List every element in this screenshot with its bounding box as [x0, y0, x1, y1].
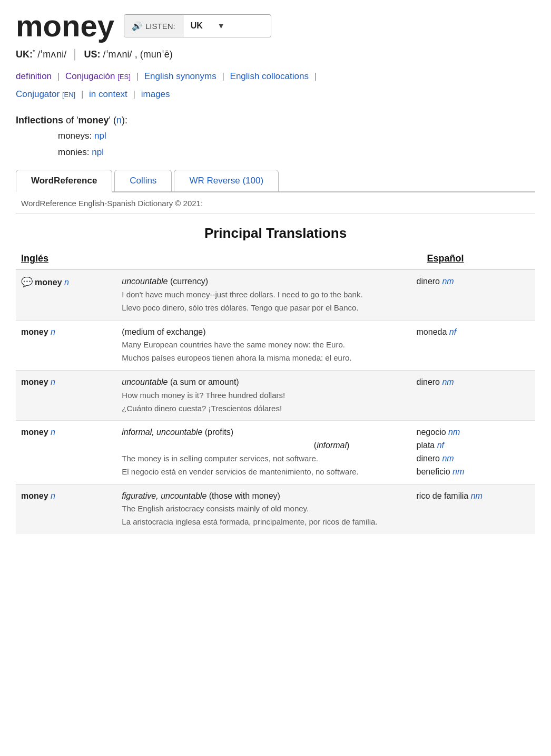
pos-n: n	[51, 428, 55, 437]
def-cell: uncountable (currency) I don't have much…	[116, 270, 411, 320]
listen-label: LISTEN:	[145, 22, 175, 31]
monies-npl-link[interactable]: npl	[92, 147, 104, 157]
speaker-icon: 🔊	[132, 21, 142, 31]
def-qualifier: informal, uncountable	[122, 428, 202, 437]
nav-links: definition | Conjugación [ES] | English …	[16, 67, 535, 103]
example-es: El negocio está en vender servicios de m…	[122, 467, 358, 476]
table-header-row: Inglés Español	[16, 250, 535, 270]
def-informal: informal	[317, 441, 347, 450]
locale-value: UK	[191, 21, 203, 31]
en-word-cell: money n	[16, 370, 116, 420]
def-cell: uncountable (a sum or amount) How much m…	[116, 370, 411, 420]
nav-conjugacion[interactable]: Conjugación [ES]	[65, 71, 131, 81]
tab-wordreference[interactable]: WordReference	[16, 170, 112, 192]
nav-english-collocations[interactable]: English collocations	[230, 71, 309, 81]
esp-pos: nm	[448, 428, 460, 437]
en-word-cell: money n	[16, 421, 116, 484]
pos-n: n	[64, 278, 69, 287]
us-ipa: /ˈmʌni/	[103, 49, 132, 60]
translations-table: Inglés Español 💬money n uncountable (cur…	[16, 250, 535, 534]
listen-button[interactable]: 🔊 LISTEN:	[124, 15, 183, 37]
table-row: money n figurative, uncountable (those w…	[16, 484, 535, 534]
col-def	[116, 250, 411, 270]
example-en: How much money is it? Three hundred doll…	[122, 391, 285, 400]
us-label: US:	[84, 49, 101, 60]
col-ingles: Inglés	[16, 250, 116, 270]
pos-n: n	[51, 491, 55, 500]
esp-pos: nf	[437, 441, 444, 450]
inflections-section: Inflections of 'money' (n): moneys: npl …	[16, 115, 535, 160]
en-word-cell: money n	[16, 484, 116, 534]
us-alt-ipa: (munˈē)	[140, 49, 173, 60]
table-row: 💬money n uncountable (currency) I don't …	[16, 270, 535, 320]
esp-pos: nm	[442, 454, 454, 463]
phonetics-row: UK:* /ˈmʌni/ │ US: /ˈmʌni/ , (munˈē)	[16, 49, 535, 60]
def-qualifier: figurative, uncountable	[122, 491, 206, 500]
def-cell: informal, uncountable (profits) (informa…	[116, 421, 411, 484]
example-es: Muchos países europeos tienen ahora la m…	[122, 353, 351, 362]
example-es: La aristocracia inglesa está formada, pr…	[122, 517, 377, 526]
listen-widget: 🔊 LISTEN: UK ▼	[124, 14, 271, 37]
table-body: 💬money n uncountable (currency) I don't …	[16, 270, 535, 534]
nav-in-context[interactable]: in context	[89, 89, 127, 99]
table-row: money n informal, uncountable (profits) …	[16, 421, 535, 484]
header-row: money 🔊 LISTEN: UK ▼	[16, 11, 535, 41]
inflection-moneys: moneys: npl	[58, 128, 535, 144]
table-row: money n (medium of exchange) Many Europe…	[16, 320, 535, 370]
esp-cell: negocio nm plata nf dinero nm beneficio …	[411, 421, 535, 484]
tab-wr-reverse[interactable]: WR Reverse (100)	[174, 170, 279, 191]
nav-definition[interactable]: definition	[16, 71, 52, 81]
pos-n: n	[51, 327, 55, 336]
esp-pos: nf	[449, 327, 456, 336]
example-en: The money is in selling computer service…	[122, 454, 318, 463]
tabs-row: WordReference Collins WR Reverse (100)	[16, 170, 535, 192]
table-row: money n uncountable (a sum or amount) Ho…	[16, 370, 535, 420]
moneys-npl-link[interactable]: npl	[94, 131, 106, 141]
esp-cell: moneda nf	[411, 320, 535, 370]
tab-collins[interactable]: Collins	[114, 170, 172, 191]
example-es: ¿Cuánto dinero cuesta? ¡Trescientos dóla…	[122, 404, 282, 413]
uk-ipa: /ˈmʌni/	[37, 49, 66, 60]
inflection-monies: monies: npl	[58, 144, 535, 161]
divider: │	[72, 49, 78, 60]
esp-cell: dinero nm	[411, 370, 535, 420]
nav-english-synonyms[interactable]: English synonyms	[144, 71, 217, 81]
en-word-cell: money n	[16, 320, 116, 370]
esp-cell: rico de familia nm	[411, 484, 535, 534]
chat-icon: 💬	[21, 277, 33, 287]
dict-notice: WordReference English-Spanish Dictionary…	[16, 192, 535, 214]
esp-pos: nm	[442, 377, 454, 386]
nav-conjugator[interactable]: Conjugator [EN]	[16, 89, 75, 99]
uk-label: UK:*	[16, 49, 35, 60]
us-sep: ,	[135, 49, 140, 60]
example-en: The English aristocracy consists mainly …	[122, 504, 309, 513]
def-cell: figurative, uncountable (those with mone…	[116, 484, 411, 534]
esp-pos: nm	[452, 467, 464, 476]
example-en: I don't have much money--just three doll…	[122, 290, 362, 299]
section-heading: Principal Translations	[16, 214, 535, 250]
esp-pos: nm	[442, 277, 454, 286]
pos-badge: n	[116, 115, 122, 125]
esp-pos: nm	[471, 491, 483, 500]
def-qualifier: uncountable	[122, 377, 168, 386]
inflections-list: moneys: npl monies: npl	[58, 128, 535, 160]
col-espanol: Español	[411, 250, 535, 270]
en-word-cell: 💬money n	[16, 270, 116, 320]
nav-images[interactable]: images	[141, 89, 170, 99]
def-qualifier: uncountable	[122, 277, 168, 286]
word-title: money	[16, 11, 114, 41]
chevron-down-icon: ▼	[218, 22, 225, 30]
example-en: Many European countries have the same mo…	[122, 340, 345, 349]
example-es: Llevo poco dinero, sólo tres dólares. Te…	[122, 303, 358, 312]
inflections-title: Inflections of 'money' (n):	[16, 115, 535, 126]
locale-select[interactable]: UK ▼	[183, 15, 232, 37]
def-cell: (medium of exchange) Many European count…	[116, 320, 411, 370]
esp-cell: dinero nm	[411, 270, 535, 320]
pos-n: n	[51, 377, 55, 386]
